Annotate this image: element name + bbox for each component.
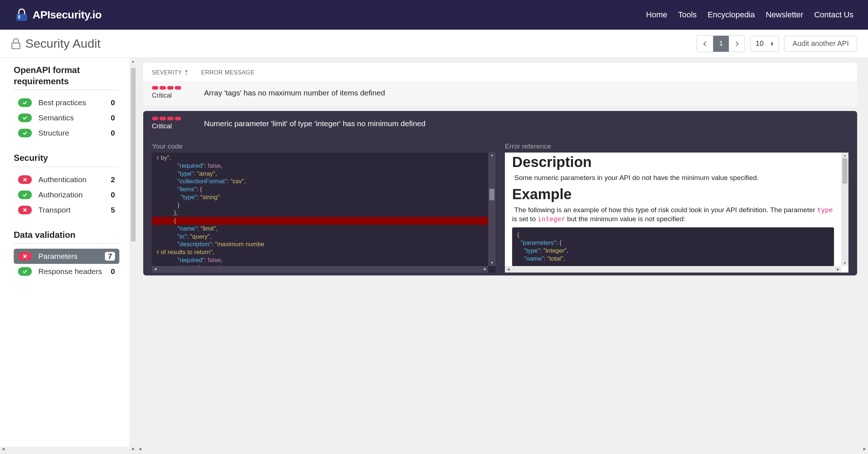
code-v-scrollbar[interactable]: ▲ ▼ — [488, 153, 495, 266]
x-icon — [18, 252, 32, 261]
divider — [14, 243, 119, 244]
top-nav: APIsecurity.io Home Tools Encyclopedia N… — [0, 0, 868, 30]
lock-icon — [11, 38, 21, 49]
severity-pills — [152, 86, 204, 90]
your-code-label: Your code — [152, 142, 495, 150]
x-icon — [18, 175, 32, 184]
scroll-up-icon[interactable]: ▲ — [841, 153, 848, 158]
sidebar-item-transport[interactable]: Transport 5 — [14, 202, 119, 218]
scrollbar-thumb[interactable] — [489, 189, 494, 200]
sidebar-item-count: 7 — [105, 252, 115, 261]
ref-heading-description: Description — [512, 154, 834, 170]
sidebar-item-response-headers[interactable]: Response headers 0 — [14, 264, 119, 279]
check-icon — [18, 113, 32, 122]
sidebar-item-authentication[interactable]: Authentication 2 — [14, 172, 119, 187]
nav-newsletter[interactable]: Newsletter — [766, 10, 803, 20]
scroll-left-icon[interactable]: ◀ — [152, 266, 158, 273]
scroll-up-icon[interactable]: ▲ — [488, 153, 495, 158]
check-icon — [18, 190, 32, 199]
scrollbar-thumb[interactable] — [131, 68, 136, 241]
sidebar-item-authorization[interactable]: Authorization 0 — [14, 187, 119, 202]
sidebar-scrollbar[interactable]: ▲ ▼ — [129, 58, 137, 454]
sidebar-item-count: 5 — [111, 206, 115, 214]
ref-code-block: { "parameters": { "type": "integer", "na… — [512, 227, 834, 266]
main-area: OpenAPI format requirements Best practic… — [0, 58, 868, 454]
scrollbar-thumb[interactable] — [842, 158, 847, 184]
ref-v-scrollbar[interactable]: ▲ ▼ — [841, 153, 848, 266]
subheader: Security Audit 1 10 ▲▼ Audit another API — [0, 30, 868, 58]
sidebar-item-best-practices[interactable]: Best practices 0 — [14, 95, 119, 110]
sidebar-item-semantics[interactable]: Semantics 0 — [14, 110, 119, 125]
check-icon — [18, 129, 32, 137]
content-h-scrollbar[interactable]: ◀ ▶ — [137, 447, 868, 454]
sort-icon[interactable]: ▼▲ — [184, 70, 188, 75]
scroll-down-icon[interactable]: ▼ — [488, 260, 495, 266]
page-title: Security Audit — [25, 37, 101, 51]
severity-label: Critical — [152, 123, 204, 130]
ref-description-text: Some numeric parameters in your API do n… — [512, 173, 834, 183]
sidebar-item-count: 0 — [111, 267, 115, 276]
reference-content[interactable]: Description Some numeric parameters in y… — [505, 153, 841, 266]
sort-icon: ▲▼ — [770, 42, 774, 46]
audit-another-button[interactable]: Audit another API — [784, 36, 857, 52]
issue-row-expanded[interactable]: Critical Numeric parameter 'limit' of ty… — [143, 111, 857, 136]
sidebar-item-count: 0 — [111, 190, 115, 199]
issue-message: Array 'tags' has no maximum number of it… — [204, 89, 848, 97]
pager-page-current[interactable]: 1 — [713, 36, 729, 52]
chevron-left-icon — [703, 41, 707, 46]
sidebar-item-parameters[interactable]: Parameters 7 — [14, 249, 119, 264]
content-v-scrollbar[interactable] — [861, 58, 868, 447]
bottom-scrollbar-area: ◀ ▶ ◀ ▶ — [0, 447, 868, 454]
scroll-up-icon[interactable]: ▲ — [129, 58, 137, 64]
check-icon — [18, 98, 32, 107]
ref-example-text: The following is an example of how this … — [512, 205, 834, 224]
sidebar-item-count: 2 — [111, 175, 115, 184]
svg-rect-4 — [12, 43, 20, 49]
divider — [14, 90, 119, 90]
nav-contact[interactable]: Contact Us — [814, 10, 854, 20]
code-h-scrollbar[interactable]: ◀ ▶ — [152, 266, 488, 273]
nav-tools[interactable]: Tools — [678, 10, 697, 20]
section-title-data-validation: Data validation — [14, 229, 119, 240]
svg-rect-3 — [18, 17, 20, 18]
code-content[interactable]: r by", "required": false, "type": "array… — [152, 153, 488, 266]
x-icon — [18, 206, 32, 214]
nav-home[interactable]: Home — [646, 10, 667, 20]
error-reference-box: Description Some numeric parameters in y… — [505, 153, 848, 273]
col-message: ERROR MESSAGE — [201, 69, 255, 76]
severity-label: Critical — [152, 92, 204, 99]
nav-encyclopedia[interactable]: Encyclopedia — [707, 10, 755, 20]
issue-table-header: SEVERITY ▼▲ ERROR MESSAGE — [143, 63, 857, 81]
sidebar-item-label: Authorization — [38, 190, 111, 199]
ref-heading-example: Example — [512, 186, 834, 202]
col-severity[interactable]: SEVERITY — [152, 69, 182, 76]
scroll-right-icon[interactable]: ▶ — [482, 266, 488, 273]
logo-icon — [14, 8, 29, 22]
sidebar: OpenAPI format requirements Best practic… — [0, 58, 129, 454]
sidebar-item-label: Best practices — [38, 98, 111, 107]
error-reference-label: Error reference — [505, 142, 848, 150]
nav-links: Home Tools Encyclopedia Newsletter Conta… — [646, 10, 854, 20]
logo[interactable]: APIsecurity.io — [14, 8, 102, 22]
pager-prev[interactable] — [697, 36, 713, 52]
chevron-right-icon — [735, 41, 739, 46]
scroll-left-icon[interactable]: ◀ — [505, 266, 511, 273]
severity-pills — [152, 117, 204, 120]
per-page-select[interactable]: 10 ▲▼ — [750, 36, 779, 52]
issue-row[interactable]: Critical Array 'tags' has no maximum num… — [143, 81, 857, 106]
logo-text: APIsecurity.io — [33, 9, 102, 21]
section-title-security: Security — [14, 152, 119, 163]
sidebar-item-count: 0 — [111, 129, 115, 137]
ref-h-scrollbar[interactable]: ◀ ▶ — [505, 266, 841, 273]
section-title-openapi: OpenAPI format requirements — [14, 64, 119, 87]
sidebar-wrap: OpenAPI format requirements Best practic… — [0, 58, 137, 454]
pager-next[interactable] — [729, 36, 745, 52]
divider — [14, 167, 119, 167]
sidebar-item-structure[interactable]: Structure 0 — [14, 125, 119, 141]
sidebar-item-label: Semantics — [38, 113, 111, 122]
sidebar-h-scrollbar[interactable]: ◀ ▶ — [0, 447, 137, 454]
sidebar-item-label: Parameters — [38, 252, 105, 261]
scroll-right-icon[interactable]: ▶ — [835, 266, 841, 273]
scroll-down-icon[interactable]: ▼ — [841, 260, 848, 266]
svg-rect-2 — [18, 16, 20, 17]
